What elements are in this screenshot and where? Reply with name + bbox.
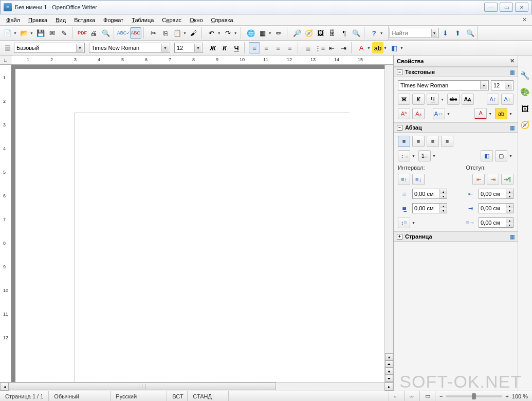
indent-first[interactable]: ⇥¶ <box>501 174 513 185</box>
indent-right-spin[interactable]: ▴▾ <box>479 203 513 213</box>
menu-window[interactable]: Окно <box>187 16 206 24</box>
para-align-justify[interactable]: ≡ <box>441 136 453 147</box>
view-single-icon[interactable]: ▫ <box>389 391 405 401</box>
status-insert[interactable]: ВСТ <box>167 391 188 401</box>
scroll-right-button[interactable]: ▸ <box>384 382 393 391</box>
navigator-button[interactable]: 🧭 <box>303 27 315 39</box>
maximize-button[interactable]: ▭ <box>500 3 513 12</box>
align-right-button[interactable]: ≡ <box>272 42 284 53</box>
status-style[interactable]: Обычный <box>49 391 111 401</box>
section-para-header[interactable]: − Абзац ▥ <box>394 122 518 133</box>
find-input[interactable] <box>392 30 431 36</box>
font-name-combo[interactable]: Times New Roman▼ <box>89 43 170 53</box>
find-next-button[interactable]: ⬇ <box>440 27 451 39</box>
redo-button[interactable]: ↷ <box>223 27 234 39</box>
email-button[interactable]: ✉ <box>47 27 58 39</box>
status-lang[interactable]: Русский <box>111 391 167 401</box>
prev-page-button[interactable]: ⏶ <box>385 360 393 368</box>
styles-button[interactable]: ☰ <box>2 42 13 53</box>
align-left-button[interactable]: ≡ <box>249 42 260 53</box>
spacing-dec[interactable]: ≡↓ <box>412 174 425 185</box>
hscroll-thumb[interactable]: │││ <box>9 382 276 390</box>
menu-edit[interactable]: Правка <box>25 16 50 24</box>
vertical-ruler[interactable]: 123456789101112 <box>0 65 11 382</box>
menu-insert[interactable]: Вставка <box>71 16 98 24</box>
zoom-in-icon[interactable]: + <box>505 393 508 399</box>
menu-view[interactable]: Вид <box>52 16 69 24</box>
page-viewport[interactable] <box>11 65 384 382</box>
redo-dropdown[interactable]: ▼ <box>234 31 239 35</box>
side-highlight-button[interactable]: ab <box>495 108 507 119</box>
minimize-button[interactable]: — <box>484 3 498 12</box>
bold-button[interactable]: Ж <box>207 42 218 53</box>
find-prev-button[interactable]: ⬆ <box>452 27 464 39</box>
new-dropdown[interactable]: ▼ <box>13 31 18 35</box>
side-underline-button[interactable]: Ч <box>427 94 439 105</box>
section-page-header[interactable]: + Страница ▥ <box>394 231 518 242</box>
indent-increase-button[interactable]: ⇥ <box>338 42 349 53</box>
side-strike-button[interactable]: abc <box>447 94 460 105</box>
font-color-button[interactable]: A <box>356 42 367 53</box>
side-case-button[interactable]: Aᴀ <box>462 94 474 105</box>
next-page-button[interactable]: ⏷ <box>385 375 393 382</box>
paste-dropdown[interactable]: ▼ <box>183 31 188 35</box>
first-line-spin[interactable]: ▴▾ <box>479 217 513 228</box>
bullets-button[interactable]: ⋮≡ <box>314 42 325 53</box>
properties-tab-icon[interactable]: 🔧 <box>520 70 531 81</box>
zoom-button[interactable]: 🔍 <box>351 27 362 39</box>
undo-dropdown[interactable]: ▼ <box>217 31 222 35</box>
side-bold-button[interactable]: Ж <box>398 94 410 105</box>
para-numbering[interactable]: 1≡ <box>418 150 431 161</box>
datasources-button[interactable]: 🗄 <box>327 27 338 39</box>
numbering-button[interactable]: ≣ <box>302 42 314 53</box>
view-multi-icon[interactable]: ▫▫ <box>405 391 420 401</box>
side-fontcolor-button[interactable]: A <box>474 108 487 119</box>
spellcheck-button[interactable]: ABC✓ <box>118 27 130 39</box>
hyperlink-button[interactable]: 🌐 <box>245 27 256 39</box>
view-book-icon[interactable]: ▭ <box>420 391 435 401</box>
close-button[interactable]: ✕ <box>515 3 528 12</box>
undo-button[interactable]: ↶ <box>206 27 217 39</box>
find-options-button[interactable]: 🔍 <box>465 27 476 39</box>
doc-close-button[interactable]: ✕ <box>519 15 529 24</box>
gallery-button[interactable]: 🖼 <box>315 27 326 39</box>
help-button[interactable]: ? <box>369 27 380 39</box>
side-superscript-button[interactable]: Aᵇ <box>398 108 410 119</box>
line-spacing-button[interactable]: ↕≡ <box>398 217 410 228</box>
para-align-right[interactable]: ≡ <box>427 136 439 147</box>
open-dropdown[interactable]: ▼ <box>30 31 34 35</box>
space-above-spin[interactable]: ▴▾ <box>412 189 447 199</box>
paste-button[interactable]: 📋 <box>172 27 183 39</box>
spacing-inc[interactable]: ≡↑ <box>398 174 410 185</box>
side-italic-button[interactable]: К <box>412 94 425 105</box>
panel-close-button[interactable]: ✕ <box>510 58 515 64</box>
indent-left-spin[interactable]: ▴▾ <box>479 189 513 199</box>
status-selection[interactable]: СТАНД <box>188 391 213 401</box>
table-dropdown[interactable]: ▼ <box>268 31 273 35</box>
print-button[interactable]: 🖨 <box>88 27 100 39</box>
more-options-icon[interactable]: ▥ <box>510 234 515 240</box>
zoom-control[interactable]: − + 100 % <box>435 393 532 399</box>
para-align-center[interactable]: ≡ <box>412 136 425 147</box>
menu-tools[interactable]: Сервис <box>159 16 185 24</box>
align-center-button[interactable]: ≡ <box>261 42 272 53</box>
menu-format[interactable]: Формат <box>100 16 126 24</box>
table-button[interactable]: ▦ <box>257 27 268 39</box>
find-dropdown[interactable]: ▼ <box>431 29 437 37</box>
edit-button[interactable]: ✎ <box>59 27 70 39</box>
status-page[interactable]: Страница 1 / 1 <box>0 391 49 401</box>
font-size-combo[interactable]: 12▼ <box>174 43 203 53</box>
new-button[interactable]: 📄 <box>2 27 13 39</box>
styles-tab-icon[interactable]: 🎨 <box>520 86 531 98</box>
collapse-icon[interactable]: − <box>397 69 402 75</box>
para-bgcolor2[interactable]: ▢ <box>495 150 507 161</box>
side-spacing-button[interactable]: A↔ <box>433 108 445 119</box>
align-justify-button[interactable]: ≡ <box>284 42 296 53</box>
para-align-left[interactable]: ≡ <box>398 136 410 147</box>
menu-table[interactable]: Таблица <box>129 16 157 24</box>
expand-icon[interactable]: + <box>397 234 402 240</box>
underline-button[interactable]: Ч <box>231 42 242 53</box>
find-button[interactable]: 🔎 <box>291 27 303 39</box>
indent-decrease-button[interactable]: ⇤ <box>326 42 337 53</box>
side-grow-button[interactable]: A↑ <box>487 94 499 105</box>
